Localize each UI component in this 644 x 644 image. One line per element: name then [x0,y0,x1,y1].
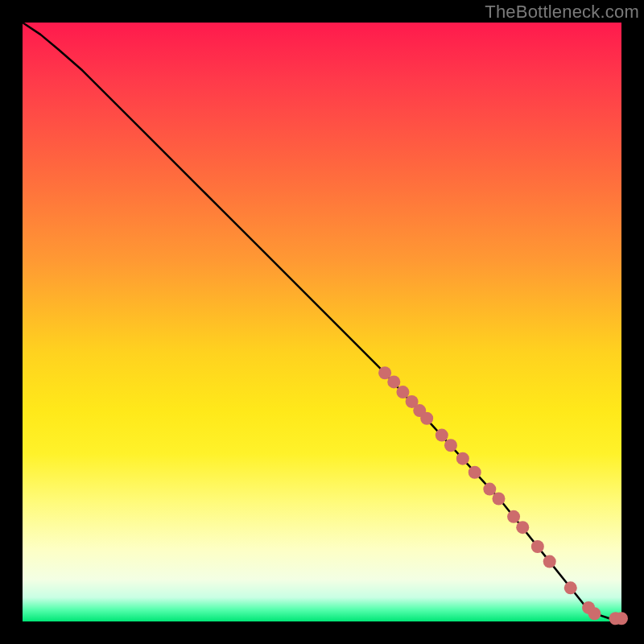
watermark-text: TheBottleneck.com [485,2,639,23]
data-dot [543,555,556,568]
plot-area [23,23,621,621]
chart-svg [23,23,621,621]
data-dot [420,412,433,425]
data-dot [492,492,505,505]
data-dot [507,510,520,523]
data-dot [483,483,496,496]
data-dot [588,607,601,620]
chart-frame: TheBottleneck.com [0,0,644,644]
data-dot [516,521,529,534]
data-dot [531,540,544,553]
data-dot [436,429,448,442]
data-dot [456,452,469,465]
data-dot [615,612,628,625]
data-dot [469,466,481,479]
data-dot [396,386,409,398]
data-dot [564,581,577,594]
data-dot [387,375,400,388]
curve-line [23,23,621,618]
data-dot [444,439,457,452]
